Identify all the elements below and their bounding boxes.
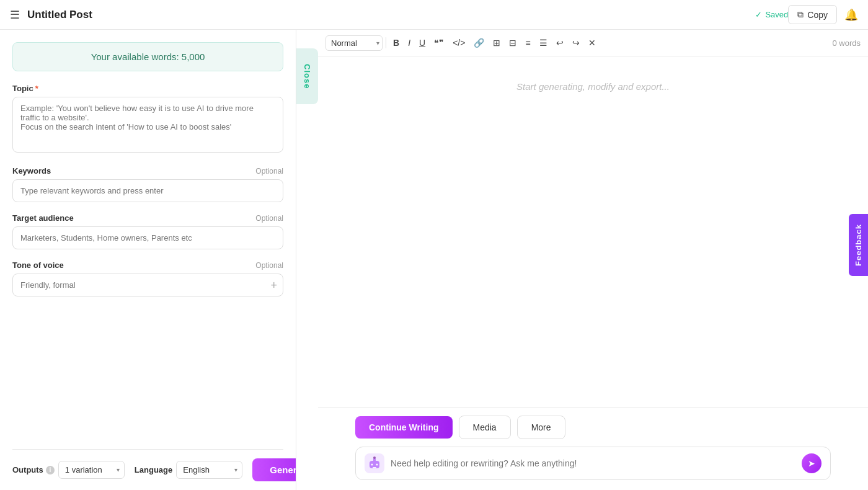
chat-send-button[interactable]: ➤ — [802, 453, 822, 473]
code-button[interactable]: </> — [449, 35, 469, 51]
ordered-list-button[interactable]: ≡ — [521, 35, 534, 51]
media-button[interactable]: Media — [459, 416, 511, 439]
right-panel: Normal Heading 1 Heading 2 Heading 3 ▾ B… — [318, 30, 868, 490]
svg-point-5 — [376, 464, 378, 466]
word-count: 0 words — [832, 38, 861, 48]
link-button[interactable]: 🔗 — [470, 35, 488, 51]
chat-bar: ➤ — [318, 447, 868, 490]
left-panel: Your available words: 5,000 Topic * Keyw… — [0, 30, 296, 490]
tone-input-wrap: + — [12, 274, 283, 296]
copy-label: Copy — [807, 10, 828, 20]
editor-area[interactable]: Start generating, modify and export... — [318, 56, 868, 408]
words-badge: Your available words: 5,000 — [12, 42, 283, 71]
language-group: Language English Spanish French German I… — [135, 461, 242, 479]
target-audience-input[interactable] — [12, 226, 283, 249]
bell-icon[interactable]: 🔔 — [844, 8, 858, 22]
main-layout: Your available words: 5,000 Topic * Keyw… — [0, 30, 868, 490]
outputs-label: Outputs i — [12, 465, 55, 474]
target-audience-field-group: Target audience Optional — [12, 213, 283, 249]
editor-toolbar: Normal Heading 1 Heading 2 Heading 3 ▾ B… — [318, 30, 868, 56]
outputs-select-wrap: 1 variation 2 variations 3 variations ▾ — [58, 461, 125, 479]
unordered-list-button[interactable]: ☰ — [536, 35, 551, 51]
more-button[interactable]: More — [517, 416, 565, 439]
format-select-wrap: Normal Heading 1 Heading 2 Heading 3 ▾ — [326, 35, 383, 51]
blockquote-button[interactable]: ❝❞ — [430, 35, 448, 51]
saved-check-icon: ✓ — [755, 10, 762, 19]
image-button[interactable]: ⊞ — [489, 35, 504, 51]
tone-label: Tone of voice Optional — [12, 261, 283, 270]
copy-icon: ⧉ — [797, 9, 804, 20]
tone-field-group: Tone of voice Optional + — [12, 261, 283, 296]
svg-point-4 — [371, 464, 373, 466]
hamburger-icon[interactable]: ☰ — [10, 8, 20, 22]
language-label: Language — [135, 465, 172, 474]
chat-bot-icon — [365, 453, 384, 473]
bottom-actions: Continue Writing Media More — [318, 408, 868, 447]
feedback-tab[interactable]: Feedback — [849, 214, 868, 276]
svg-point-8 — [373, 457, 376, 459]
topic-textarea[interactable] — [12, 97, 283, 153]
generate-button[interactable]: Generate — [252, 458, 296, 481]
saved-label: Saved — [765, 10, 788, 19]
outputs-group: Outputs i 1 variation 2 variations 3 var… — [12, 461, 125, 479]
left-bottom: Outputs i 1 variation 2 variations 3 var… — [12, 449, 283, 490]
italic-button[interactable]: I — [404, 35, 414, 51]
clear-format-button[interactable]: ✕ — [585, 35, 600, 51]
topic-field-group: Topic * — [12, 84, 283, 155]
keywords-input[interactable] — [12, 179, 283, 202]
top-nav: ☰ Untitled Post ✓ Saved ⧉ Copy 🔔 — [0, 0, 868, 30]
underline-button[interactable]: U — [415, 35, 429, 51]
chat-input-wrap: ➤ — [355, 447, 831, 480]
keywords-field-group: Keywords Optional — [12, 166, 283, 202]
svg-rect-6 — [373, 467, 376, 468]
outputs-info-icon[interactable]: i — [46, 466, 55, 474]
table-button[interactable]: ⊟ — [505, 35, 520, 51]
target-audience-label: Target audience Optional — [12, 213, 283, 223]
tone-input[interactable] — [12, 274, 283, 296]
bold-button[interactable]: B — [389, 35, 403, 51]
language-select-wrap: English Spanish French German Italian Po… — [176, 461, 242, 479]
topic-label: Topic * — [12, 84, 283, 93]
tone-add-button[interactable]: + — [270, 278, 277, 292]
chat-send-icon: ➤ — [808, 458, 815, 468]
format-select[interactable]: Normal Heading 1 Heading 2 Heading 3 — [326, 35, 383, 51]
toolbar-separator-1 — [386, 37, 386, 48]
close-panel-tab[interactable]: Close — [296, 48, 318, 104]
topic-required-star: * — [35, 84, 38, 93]
copy-button[interactable]: ⧉ Copy — [788, 5, 837, 24]
redo-button[interactable]: ↪ — [569, 35, 583, 51]
editor-placeholder: Start generating, modify and export... — [516, 81, 670, 92]
saved-status: ✓ Saved — [755, 10, 788, 19]
chat-input[interactable] — [391, 458, 795, 468]
outputs-select[interactable]: 1 variation 2 variations 3 variations — [58, 461, 125, 479]
language-select[interactable]: English Spanish French German Italian Po… — [176, 461, 242, 479]
continue-writing-button[interactable]: Continue Writing — [355, 416, 453, 439]
page-title: Untitled Post — [27, 9, 755, 21]
keywords-label: Keywords Optional — [12, 166, 283, 176]
undo-button[interactable]: ↩ — [552, 35, 567, 51]
